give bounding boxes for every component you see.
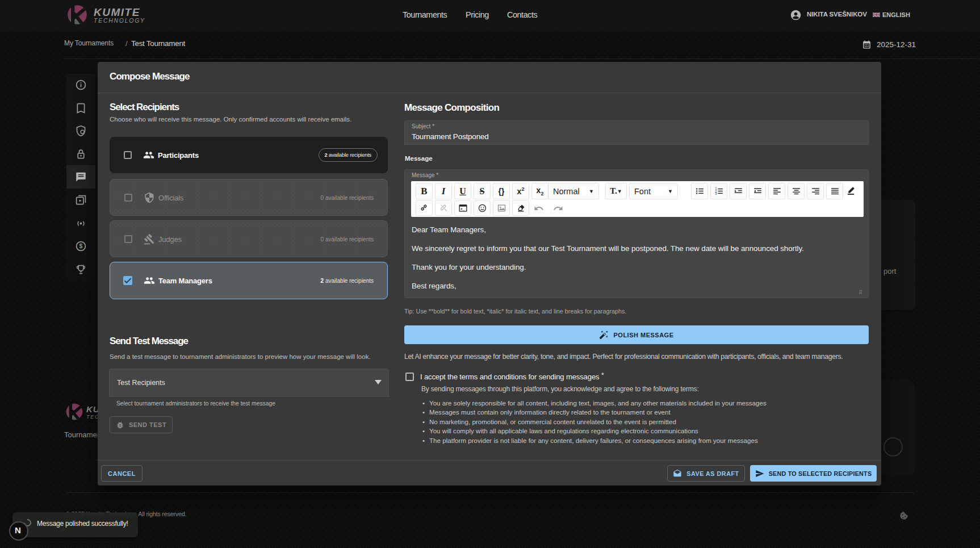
svg-text:3: 3 xyxy=(715,192,717,195)
svg-text:#_: #_ xyxy=(460,207,464,211)
svg-text:$: $ xyxy=(79,243,83,250)
